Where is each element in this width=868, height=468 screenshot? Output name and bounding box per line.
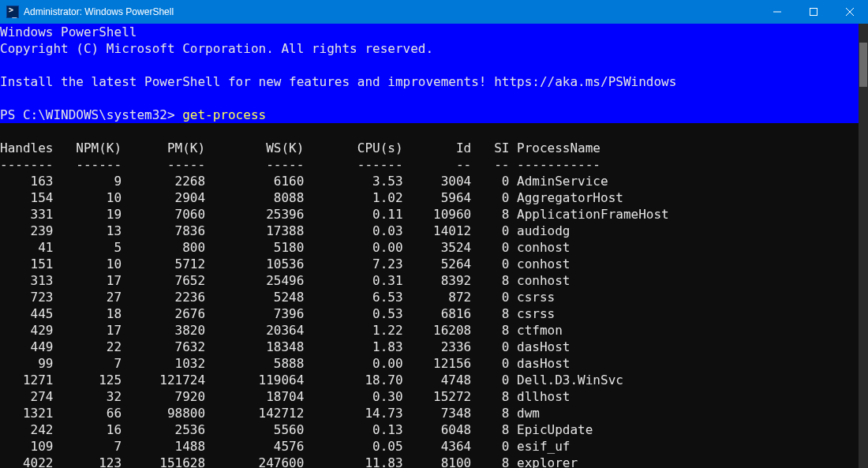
table-row: 151 10 5712 10536 7.23 5264 0 conhost — [0, 256, 570, 271]
close-icon — [846, 8, 854, 16]
vertical-scrollbar[interactable] — [859, 24, 868, 468]
table-row: 429 17 3820 20364 1.22 16208 8 ctfmon — [0, 323, 563, 338]
window-controls — [759, 0, 868, 24]
table-row: 445 18 2676 7396 0.53 6816 8 csrss — [0, 306, 555, 321]
terminal-area[interactable]: Windows PowerShell Copyright (C) Microso… — [0, 24, 868, 468]
minimize-icon — [773, 8, 781, 16]
prompt: PS C:\WINDOWS\system32> — [0, 107, 182, 122]
table-row: 41 5 800 5180 0.00 3524 0 conhost — [0, 240, 570, 255]
table-row: 4022 123 151628 247600 11.83 8100 8 expl… — [0, 455, 578, 468]
maximize-icon — [810, 8, 817, 16]
close-button[interactable] — [832, 0, 868, 24]
banner-block: Windows PowerShell Copyright (C) Microso… — [0, 24, 859, 123]
powershell-icon — [6, 6, 19, 18]
table-row: 723 27 2236 5248 6.53 872 0 csrss — [0, 290, 555, 305]
scrollbar-thumb[interactable] — [859, 43, 867, 87]
window-titlebar[interactable]: Administrator: Windows PowerShell — [0, 0, 868, 24]
table-row: 239 13 7836 17388 0.03 14012 0 audiodg — [0, 223, 570, 238]
svg-rect-0 — [810, 9, 817, 16]
table-row: 242 16 2536 5560 0.13 6048 8 EpicUpdate — [0, 422, 593, 437]
table-row: 99 7 1032 5888 0.00 12156 0 dasHost — [0, 356, 570, 371]
table-row: 1271 125 121724 119064 18.70 4748 0 Dell… — [0, 373, 623, 388]
table-row: 109 7 1488 4576 0.05 4364 0 esif_uf — [0, 439, 570, 454]
command-input[interactable]: get-process — [182, 107, 266, 122]
table-divider: ------- ------ ----- ----- ------ -- -- … — [0, 157, 600, 172]
terminal-output[interactable]: Windows PowerShell Copyright (C) Microso… — [0, 24, 859, 468]
table-row: 154 10 2904 8088 1.02 5964 0 AggregatorH… — [0, 190, 623, 205]
maximize-button[interactable] — [795, 0, 832, 24]
minimize-button[interactable] — [759, 0, 795, 24]
table-row: 274 32 7920 18704 0.30 15272 8 dllhost — [0, 389, 570, 404]
window-title: Administrator: Windows PowerShell — [24, 6, 174, 17]
table-row: 331 19 7060 25396 0.11 10960 8 Applicati… — [0, 207, 669, 222]
table-row: 313 17 7652 25496 0.31 8392 8 conhost — [0, 273, 570, 288]
table-header: Handles NPM(K) PM(K) WS(K) CPU(s) Id SI … — [0, 140, 600, 155]
table-row: 1321 66 98800 142712 14.73 7348 8 dwm — [0, 406, 540, 421]
table-row: 163 9 2268 6160 3.53 3004 0 AdminService — [0, 174, 608, 189]
table-row: 449 22 7632 18348 1.83 2336 0 dasHost — [0, 339, 570, 354]
